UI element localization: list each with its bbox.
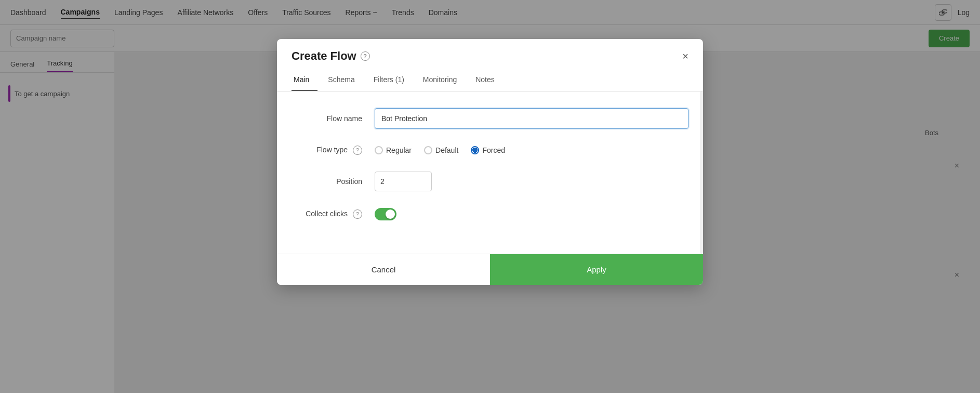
radio-forced[interactable]: Forced: [471, 146, 505, 154]
flow-type-row: Flow type ? Regular Default Forced: [292, 146, 688, 155]
modal-tab-main[interactable]: Main: [292, 71, 317, 91]
modal-help-icon[interactable]: ?: [361, 51, 370, 61]
flow-name-label: Flow name: [292, 114, 375, 123]
radio-forced-label: Forced: [482, 146, 505, 154]
create-flow-modal: Create Flow ? × Main Schema Filters (1) …: [277, 39, 703, 285]
position-input[interactable]: [375, 172, 432, 191]
position-row: Position: [292, 172, 688, 191]
flow-type-label: Flow type ?: [292, 146, 375, 155]
modal-overlay: Create Flow ? × Main Schema Filters (1) …: [0, 0, 980, 393]
modal-tab-monitoring[interactable]: Monitoring: [415, 71, 465, 91]
radio-default[interactable]: Default: [424, 146, 458, 154]
modal-title-container: Create Flow ?: [292, 49, 370, 63]
apply-button[interactable]: Apply: [490, 254, 703, 285]
modal-header: Create Flow ? ×: [277, 39, 703, 63]
radio-regular-label: Regular: [386, 146, 412, 154]
radio-default-btn[interactable]: [424, 146, 432, 154]
flow-name-input[interactable]: [375, 108, 688, 129]
modal-tab-schema[interactable]: Schema: [320, 71, 363, 91]
modal-body: Flow name Flow type ? Regular: [277, 91, 703, 254]
position-control: [375, 172, 688, 191]
modal-close-button[interactable]: ×: [682, 51, 688, 61]
flow-name-row: Flow name: [292, 108, 688, 129]
flow-type-help-icon[interactable]: ?: [353, 146, 362, 155]
modal-tab-filters[interactable]: Filters (1): [365, 71, 413, 91]
scroll-track[interactable]: [700, 91, 703, 254]
collect-clicks-toggle[interactable]: [375, 208, 396, 220]
flow-name-control: [375, 108, 688, 129]
collect-clicks-control: [375, 208, 688, 220]
collect-clicks-row: Collect clicks ?: [292, 208, 688, 220]
modal-title-text: Create Flow: [292, 49, 356, 63]
modal-tabs: Main Schema Filters (1) Monitoring Notes: [277, 63, 703, 91]
flow-type-control: Regular Default Forced: [375, 146, 688, 154]
modal-footer: Cancel Apply: [277, 254, 703, 285]
cancel-button[interactable]: Cancel: [277, 254, 490, 285]
radio-forced-btn[interactable]: [471, 146, 479, 154]
modal-tab-notes[interactable]: Notes: [467, 71, 503, 91]
collect-clicks-help-icon[interactable]: ?: [353, 209, 362, 219]
position-label: Position: [292, 177, 375, 186]
radio-regular-btn[interactable]: [375, 146, 383, 154]
radio-regular[interactable]: Regular: [375, 146, 412, 154]
radio-default-label: Default: [435, 146, 458, 154]
collect-clicks-label: Collect clicks ?: [292, 209, 375, 219]
